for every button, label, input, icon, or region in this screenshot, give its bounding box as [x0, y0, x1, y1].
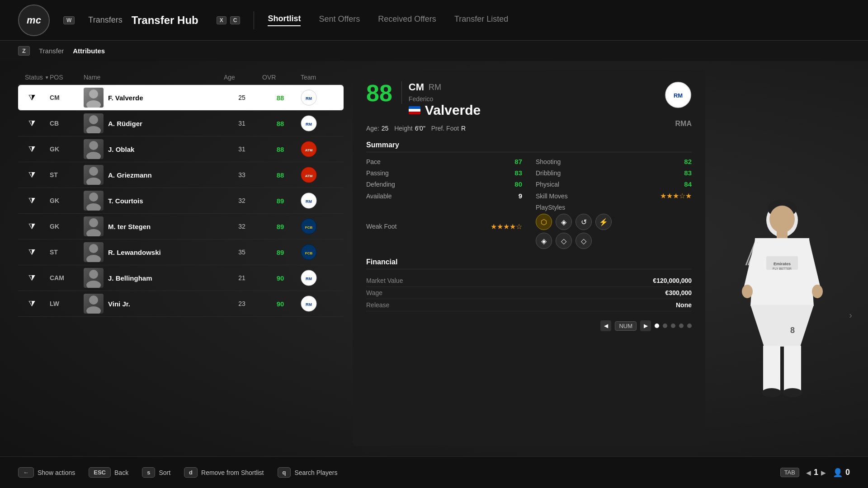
svg-point-9 [86, 152, 101, 159]
svg-point-12 [89, 167, 98, 176]
binoculars-icon: ⧩ [28, 196, 35, 206]
kb-c-badge: C [230, 16, 241, 24]
player-age: 23 [224, 300, 260, 307]
svg-point-20 [89, 218, 98, 227]
player-age: 35 [224, 249, 260, 256]
sub-tab-attributes[interactable]: Attributes [73, 47, 105, 55]
financial-title: Financial [366, 258, 692, 269]
svg-text:Emirates: Emirates [774, 262, 791, 266]
binoculars-icon: ⧩ [28, 93, 35, 103]
binoculars-icon: ⧩ [28, 299, 35, 309]
player-pos: GK [50, 145, 81, 153]
player-avatar [84, 294, 104, 314]
svg-point-28 [89, 270, 98, 279]
nav-transfers[interactable]: Transfers [88, 15, 122, 25]
page-dot-1[interactable] [655, 324, 659, 328]
player-avatar [84, 242, 104, 262]
table-row[interactable]: ⧩ ST A. Griezmann 33 88 ATM [18, 162, 344, 188]
svg-point-53 [783, 388, 802, 397]
player-avatar [84, 216, 104, 236]
svg-text:ATM: ATM [305, 148, 313, 152]
sub-tab-transfer[interactable]: Transfer [39, 47, 64, 55]
table-row[interactable]: ⧩ ST R. Lewandowski 35 89 FCB [18, 239, 344, 265]
player-name: A. Rüdiger [108, 120, 142, 127]
footer-nav-arrow-left[interactable]: ◀ [806, 469, 811, 476]
kb-key-esc: ESC [89, 467, 111, 478]
header-kb-hints: W [63, 16, 75, 24]
player-pos: GK [50, 223, 81, 230]
stat-passing: Passing 83 [366, 169, 522, 177]
detail-pos: CM [409, 81, 424, 93]
table-row[interactable]: ⧩ GK M. ter Stegen 32 89 FCB [18, 214, 344, 239]
kb-key-d: d [184, 467, 198, 478]
stat-available: Available 9 [366, 192, 522, 200]
footer-count-1: 1 [814, 468, 818, 477]
table-row[interactable]: ⧩ CAM J. Bellingham 21 90 RM [18, 265, 344, 291]
binoculars-icon: ⧩ [28, 145, 35, 154]
player-age: 32 [224, 223, 260, 230]
page-prev-arrow[interactable]: ◀ [600, 320, 611, 331]
col-pos[interactable]: POS [50, 74, 81, 81]
player-avatar [84, 268, 104, 288]
status-icon: ⧩ [25, 194, 38, 207]
player-list-container: Status ▼ POS Name Age OVR Team ⧩ CM [18, 70, 344, 446]
financial-row-wage: Wage €300,000 [366, 287, 692, 299]
col-team[interactable]: Team [301, 74, 337, 81]
table-row[interactable]: ⧩ CB A. Rüdiger 31 88 RM [18, 111, 344, 136]
player-avatar [84, 88, 104, 108]
bottom-bar: ← Show actions ESC Back s Sort d Remove … [0, 456, 868, 488]
player-ovr: 88 [262, 94, 298, 102]
chevron-right-icon[interactable]: › [849, 310, 852, 320]
table-row[interactable]: ⧩ CM F. Valverde 25 88 RM [18, 85, 344, 111]
sort-arrow-status: ▼ [45, 75, 49, 80]
detail-first-name: Federico [409, 95, 481, 103]
player-name: M. ter Stegen [108, 223, 151, 230]
tab-shortlist[interactable]: Shortlist [268, 14, 301, 26]
kb-w-badge: W [63, 16, 75, 24]
player-ovr: 90 [262, 300, 298, 308]
action-back[interactable]: ESC Back [89, 467, 128, 478]
financial-section: Financial Market Value €120,000,000 Wage… [366, 258, 692, 311]
col-ovr[interactable]: OVR [262, 74, 298, 81]
table-row[interactable]: ⧩ LW Vini Jr. 23 90 RM [18, 291, 344, 317]
pagination: ◀ NUM ▶ [366, 320, 692, 331]
playstyles-icons-2: ◈ ◇ ◇ [536, 233, 592, 249]
col-age[interactable]: Age [224, 74, 260, 81]
svg-point-4 [89, 115, 98, 124]
tab-transfer-listed[interactable]: Transfer Listed [454, 14, 508, 26]
svg-point-40 [769, 206, 795, 233]
table-row[interactable]: ⧩ GK T. Courtois 32 89 RM [18, 188, 344, 214]
action-remove[interactable]: d Remove from Shortlist [184, 467, 264, 478]
header-kb-hints2: X C [217, 16, 241, 24]
status-icon: ⧩ [25, 117, 38, 130]
playstyle-icon-7: ◇ [576, 233, 592, 249]
app-logo: mc [18, 5, 50, 36]
page-dot-4[interactable] [679, 324, 684, 328]
page-dot-3[interactable] [671, 324, 675, 328]
player-pos: LW [50, 300, 81, 307]
binoculars-icon: ⧩ [28, 119, 35, 128]
page-next-arrow[interactable]: ▶ [640, 320, 651, 331]
svg-text:RM: RM [306, 199, 312, 204]
action-search[interactable]: q Search Players [278, 467, 338, 478]
tab-sent-offers[interactable]: Sent Offers [319, 14, 360, 26]
team-badge: ATM [301, 167, 317, 183]
player-name: F. Valverde [108, 94, 143, 102]
page-dot-5[interactable] [687, 324, 692, 328]
table-row[interactable]: ⧩ GK J. Oblak 31 88 ATM [18, 136, 344, 162]
player-ovr: 88 [262, 120, 298, 127]
tab-received-offers[interactable]: Received Offers [378, 14, 436, 26]
player-flag [409, 106, 420, 114]
player-model: Emirates FLY BETTER 8 [719, 184, 845, 446]
col-name[interactable]: Name [84, 74, 222, 81]
footer-nav-arrow-right[interactable]: ▶ [821, 469, 826, 476]
action-show-actions[interactable]: ← Show actions [18, 467, 75, 478]
col-status[interactable]: Status ▼ [25, 74, 47, 81]
footer-tab-badge[interactable]: TAB [780, 468, 799, 477]
kb-key-q: q [278, 467, 291, 478]
svg-point-29 [86, 281, 101, 288]
action-sort[interactable]: s Sort [142, 467, 170, 478]
detail-last-name: Valverde [409, 103, 481, 118]
player-model-area: Emirates FLY BETTER 8 [714, 70, 850, 446]
page-dot-2[interactable] [663, 324, 667, 328]
